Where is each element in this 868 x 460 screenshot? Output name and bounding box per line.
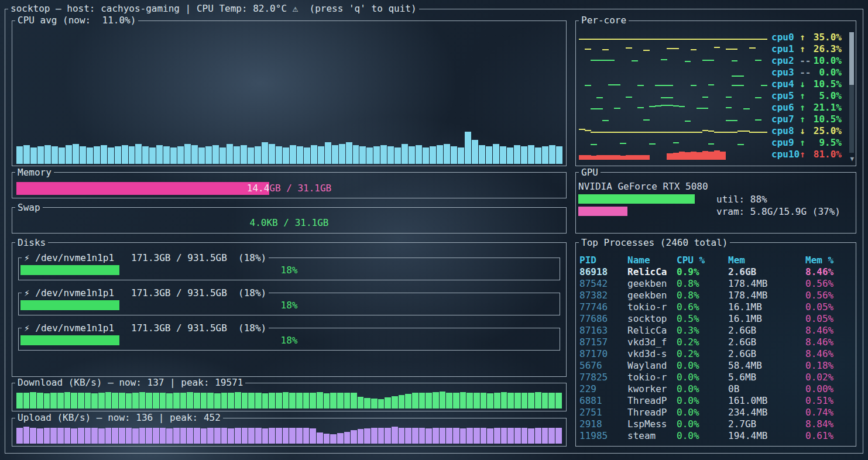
history-bar (351, 430, 357, 444)
history-bar (430, 146, 436, 163)
process-mem-percent: 8.84% (805, 418, 852, 430)
history-bar (214, 428, 221, 444)
process-mem: 2.6GB (728, 337, 805, 348)
process-row[interactable]: 87542geekben0.8%178.4MB0.56% (579, 278, 852, 290)
scrollbar-thumb[interactable] (849, 32, 854, 85)
history-bar (289, 428, 296, 444)
core-label: cpu3-- 0.0% (771, 67, 842, 78)
disk-title: ⚡ /dev/nvme1n1p1 171.3GB / 931.5GB (18%) (22, 253, 269, 263)
core-sparkline (579, 66, 767, 78)
history-bar (317, 392, 323, 408)
history-bar (166, 393, 173, 408)
history-bar (474, 428, 480, 444)
process-row[interactable]: 229kworker0.0%0B0.00% (579, 383, 852, 395)
history-bar (50, 393, 57, 408)
disk-title: ⚡ /dev/nvme1n1p1 171.3GB / 931.5GB (18%) (22, 288, 269, 298)
process-name: geekben (627, 290, 677, 301)
process-row[interactable]: 6881ThreadP0.0%161.0MB0.51% (579, 395, 852, 407)
history-bar (78, 393, 84, 408)
process-pid: 2918 (579, 418, 627, 430)
history-bar (235, 428, 241, 444)
process-row[interactable]: 2918LspMess0.0%2.7GB8.84% (579, 418, 852, 430)
history-bar (191, 145, 198, 164)
scroll-down-icon[interactable]: ▼ (850, 156, 854, 162)
history-bar (276, 146, 282, 163)
history-bar (487, 393, 493, 408)
process-mem-percent: 0.51% (805, 395, 852, 406)
history-bar (269, 428, 275, 444)
history-bar (23, 393, 30, 408)
history-bar (73, 144, 79, 164)
history-bar (385, 397, 391, 408)
process-row[interactable]: 77686socktop0.5%16.1MB0.05% (579, 313, 852, 325)
per-core-scrollbar[interactable] (849, 32, 854, 153)
core-percent: 0.0% (811, 67, 842, 78)
process-mem: 234.4MB (728, 407, 805, 418)
process-row[interactable]: 77825tokio-r0.0%5.6MB0.02% (579, 372, 852, 383)
history-bar (276, 393, 282, 408)
process-row[interactable]: 2751ThreadP0.0%234.4MB0.74% (579, 407, 852, 418)
history-bar (44, 393, 50, 408)
core-sparkline (579, 78, 767, 90)
history-bar (187, 428, 193, 444)
history-bar (405, 394, 411, 408)
core-label: cpu4↓10.5% (771, 78, 842, 90)
process-cpu: 0.0% (677, 430, 728, 441)
history-bar (474, 393, 480, 408)
history-bar (132, 428, 139, 444)
history-bar (135, 144, 142, 164)
core-sparkline (579, 90, 767, 101)
history-bar (98, 428, 105, 444)
history-bar (556, 146, 562, 163)
history-bar (364, 428, 370, 444)
history-bar (170, 147, 177, 163)
history-bar (262, 393, 269, 408)
process-mem-percent: 0.02% (805, 372, 852, 383)
history-bar (139, 428, 146, 444)
process-row[interactable]: 77746tokio-r0.6%16.1MB0.05% (579, 301, 852, 313)
history-bar (160, 428, 166, 444)
process-mem-percent: 8.46% (805, 325, 852, 336)
history-bar (184, 144, 191, 164)
history-bar (262, 428, 269, 444)
process-mem-percent: 0.61% (805, 430, 852, 441)
core-percent: 21.1% (811, 102, 842, 113)
core-label: cpu2--10.0% (771, 55, 842, 66)
upload-history-chart (16, 427, 562, 444)
disk-usage-bar: 18% (20, 265, 558, 275)
history-bar (378, 428, 385, 444)
process-row[interactable]: 87170vkd3d-s0.2%2.6GB8.46% (579, 348, 852, 360)
process-mem: 2.6GB (728, 325, 805, 336)
swap-label: 4.0KB / 31.1GB (12, 208, 566, 233)
history-bar (255, 393, 262, 408)
history-bar (153, 393, 159, 408)
core-sparkline (579, 31, 767, 43)
upload-panel: Upload (KB/s) — now: 136 | peak: 452 (12, 418, 567, 447)
process-row[interactable]: 5676Wayland0.0%58.4MB0.18% (579, 360, 852, 372)
history-bar (105, 428, 112, 444)
core-trend-icon: ↓ (800, 125, 811, 136)
history-bar (528, 393, 534, 408)
history-bar (177, 146, 184, 163)
history-bar (528, 428, 534, 444)
history-bar (212, 145, 219, 164)
history-bar (344, 393, 351, 408)
process-row[interactable]: 86918RelicCa0.9%2.6GB8.46% (579, 266, 852, 278)
history-bar (248, 393, 255, 408)
gpu-vram-row: vram: 5.8G/15.9G (37%) (578, 206, 853, 217)
process-cpu: 0.0% (677, 360, 728, 371)
process-name: Wayland (627, 360, 677, 371)
right-column: Per-core cpu0↑35.0%cpu1↑26.3%cpu2--10.0%… (575, 20, 856, 447)
header-pid: PID (579, 255, 627, 266)
process-row[interactable]: 87157vkd3d_f0.2%2.6GB8.46% (579, 337, 852, 348)
process-row[interactable]: 87382geekben0.8%178.4MB0.56% (579, 290, 852, 301)
history-bar (460, 392, 466, 408)
process-row[interactable]: 87163RelicCa0.3%2.6GB8.46% (579, 325, 852, 337)
core-row: cpu7↑10.5% (579, 113, 842, 125)
process-row[interactable]: 11985steam0.0%194.4MB0.61% (579, 430, 852, 442)
core-percent: 9.5% (811, 137, 842, 148)
process-mem-percent: 0.05% (805, 313, 852, 324)
history-bar (500, 146, 506, 163)
process-pid: 87163 (579, 325, 627, 336)
history-bar (207, 428, 214, 444)
